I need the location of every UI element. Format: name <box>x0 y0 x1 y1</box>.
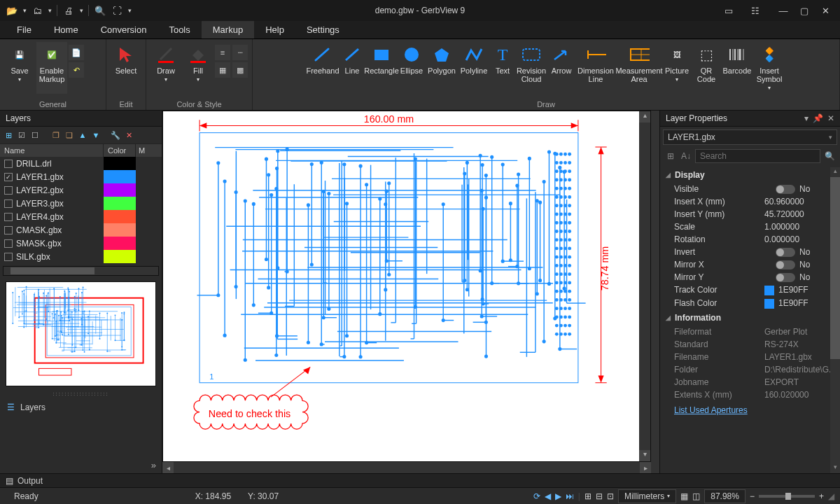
mode-icon[interactable]: ▦ <box>680 491 688 501</box>
mirrorx-toggle[interactable] <box>776 260 795 270</box>
grid2-icon[interactable]: ⊟ <box>596 491 603 501</box>
close-panel-icon[interactable]: ✕ <box>827 113 834 123</box>
nav-prev-icon[interactable]: ◀ <box>545 491 551 501</box>
layers-accordion[interactable]: ☰ Layers <box>0 397 162 418</box>
layer-checkbox[interactable] <box>4 160 13 168</box>
pattern-icon[interactable]: ▩ <box>232 62 248 78</box>
scale-value[interactable]: 1.000000 <box>764 222 834 232</box>
layer-color-swatch[interactable] <box>104 170 136 183</box>
drawing-canvas[interactable]: 160.00 mm 78.74 mm 1 Need to check this <box>162 111 651 462</box>
pin-icon[interactable]: 📌 <box>813 113 823 123</box>
dropdown-icon[interactable]: ▾ <box>46 3 53 18</box>
layer-checkbox[interactable] <box>4 186 13 195</box>
layer-row[interactable]: LAYER2.gbx <box>0 183 162 197</box>
copy-layer-icon[interactable]: ❐ <box>50 130 62 141</box>
print-icon[interactable]: 🖨 <box>61 3 76 18</box>
insert-y-value[interactable]: 45.720000 <box>764 209 834 219</box>
search-input[interactable] <box>695 149 820 163</box>
dropdown-icon[interactable]: ▾ <box>126 3 133 18</box>
layer-checkbox[interactable] <box>4 213 13 221</box>
polygon-button[interactable]: Polygon <box>426 42 457 94</box>
categorize-icon[interactable]: ⊞ <box>664 150 677 162</box>
visible-toggle[interactable] <box>776 185 795 194</box>
layer-row[interactable]: LAYER3.gbx <box>0 197 162 210</box>
display-section[interactable]: ◢Display <box>660 167 840 183</box>
barcode-button[interactable]: Barcode <box>722 42 752 94</box>
menu-home[interactable]: Home <box>43 21 90 38</box>
grid3-icon[interactable]: ⊡ <box>607 491 614 501</box>
open-icon[interactable]: 📂 <box>4 3 20 18</box>
wrench-icon[interactable]: 🔧 <box>110 130 121 141</box>
menu-conversion[interactable]: Conversion <box>90 21 158 38</box>
menu-tools[interactable]: Tools <box>158 21 201 38</box>
invert-toggle[interactable] <box>776 248 795 257</box>
move-down-icon[interactable]: ▼ <box>90 130 102 141</box>
dimension-line-button[interactable]: Dimension Line <box>576 42 615 94</box>
list-apertures-link[interactable]: List Used Apertures <box>660 401 840 419</box>
layer-row[interactable]: DRILL.drl <box>0 157 162 170</box>
layer-row[interactable]: CMASK.gbx <box>0 223 162 237</box>
nav-play-icon[interactable]: ▶ <box>555 491 561 501</box>
freehand-button[interactable]: Freehand <box>307 42 338 94</box>
menu-settings[interactable]: Settings <box>295 21 351 38</box>
save-button[interactable]: 💾Save▾ <box>4 42 35 94</box>
uncheck-all-icon[interactable]: ☐ <box>29 130 41 141</box>
collapse-panel-button[interactable]: » <box>0 457 162 473</box>
menu-help[interactable]: Help <box>254 21 295 38</box>
grip-dots[interactable]: ::::::::::::::::::: <box>0 391 162 397</box>
view-icon[interactable]: ◫ <box>692 491 700 501</box>
copy-icon[interactable]: 📄 <box>69 45 84 60</box>
dropdown-icon[interactable]: ▾ <box>804 113 808 123</box>
flash-color-value[interactable]: 1E90FF <box>764 298 834 309</box>
canvas-vscrollbar[interactable]: ▴ ▾ <box>639 111 650 461</box>
layer-row[interactable]: SILK.gbx <box>0 250 162 263</box>
search-icon[interactable]: 🔍 <box>823 150 836 162</box>
zoom-out-button[interactable]: − <box>750 491 755 501</box>
ribbon-toggle-icon[interactable]: ▭ <box>718 2 739 19</box>
canvas-hscrollbar[interactable]: ◂ ▸ <box>162 462 651 473</box>
maximize-button[interactable]: ▢ <box>794 2 815 19</box>
zoom-value[interactable]: 87.98% <box>704 489 746 503</box>
layer-checkbox[interactable] <box>4 239 13 248</box>
ellipse-button[interactable]: Ellipse <box>398 42 425 94</box>
arrow-button[interactable]: Arrow <box>548 42 575 94</box>
text-button[interactable]: TText <box>491 42 514 94</box>
undo-icon[interactable]: ↶ <box>69 62 84 78</box>
layer-color-swatch[interactable] <box>104 250 136 263</box>
layer-checkbox[interactable]: ✓ <box>4 173 13 181</box>
grid1-icon[interactable]: ⊞ <box>584 491 592 501</box>
layer-color-swatch[interactable] <box>104 237 136 250</box>
draw-color-button[interactable]: Draw▾ <box>150 42 181 94</box>
delete-layer-icon[interactable]: ✕ <box>123 130 134 141</box>
refresh-icon[interactable]: ⟳ <box>533 491 540 501</box>
layer-checkbox[interactable] <box>4 253 13 261</box>
enable-markup-button[interactable]: ✅Enable Markup <box>36 42 67 94</box>
layer-row[interactable]: LAYER4.gbx <box>0 210 162 223</box>
select-tool-icon[interactable]: ⛶ <box>109 3 125 18</box>
revision-cloud-button[interactable]: Revision Cloud <box>516 42 547 94</box>
layer-color-swatch[interactable] <box>104 157 136 170</box>
check-all-icon[interactable]: ☑ <box>16 130 27 141</box>
menu-file[interactable]: File <box>6 21 43 38</box>
sort-icon[interactable]: A↓ <box>680 150 692 162</box>
close-button[interactable]: ✕ <box>815 2 836 19</box>
paste-layer-icon[interactable]: ❏ <box>64 130 75 141</box>
picture-button[interactable]: 🖼Picture▾ <box>663 42 691 94</box>
move-up-icon[interactable]: ▲ <box>77 130 88 141</box>
information-section[interactable]: ◢Information <box>660 310 840 326</box>
polyline-button[interactable]: Polyline <box>458 42 489 94</box>
rotation-value[interactable]: 0.000000 <box>764 234 834 244</box>
line-button[interactable]: Line <box>340 42 365 94</box>
zoom-icon[interactable]: 🔍 <box>92 3 108 18</box>
select-button[interactable]: Select <box>111 42 141 94</box>
fill-color-button[interactable]: Fill▾ <box>183 42 214 94</box>
layer-select-combo[interactable]: LAYER1.gbx▾ <box>663 130 837 145</box>
line-style-icon[interactable]: ┄ <box>232 45 248 60</box>
zoom-in-button[interactable]: + <box>819 491 824 501</box>
nav-end-icon[interactable]: ⏭ <box>566 491 574 501</box>
layer-color-swatch[interactable] <box>104 223 136 237</box>
rectangle-button[interactable]: Rectangle <box>366 42 397 94</box>
line-width-icon[interactable]: ≡ <box>215 45 230 60</box>
props-vscrollbar[interactable]: ▴ ▾ <box>830 167 840 473</box>
insert-x-value[interactable]: 60.960000 <box>764 197 834 206</box>
